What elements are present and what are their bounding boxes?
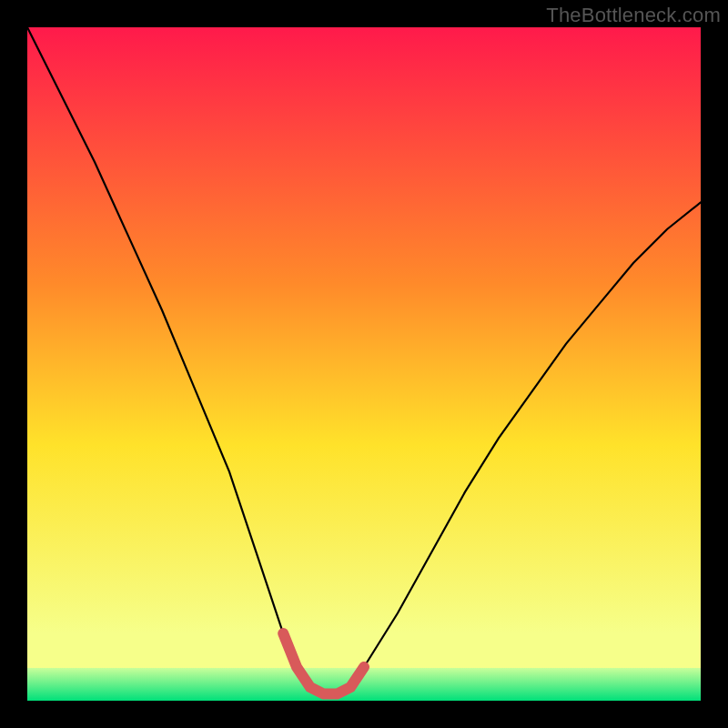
watermark-text: TheBottleneck.com (546, 4, 721, 27)
plot-area (27, 27, 701, 701)
bottleneck-curve (27, 27, 701, 694)
curve-layer (27, 27, 701, 701)
curve-highlight (283, 633, 364, 694)
chart-frame: TheBottleneck.com (0, 0, 728, 728)
